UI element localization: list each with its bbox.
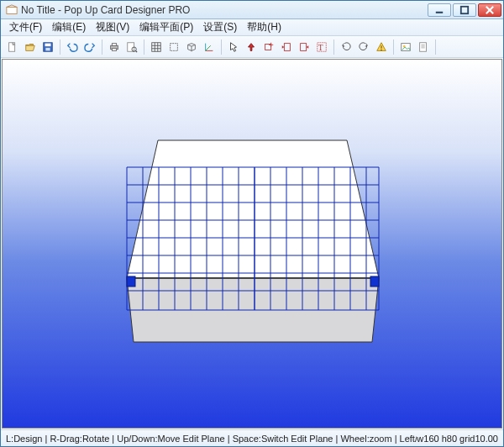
- svg-text:T: T: [318, 42, 323, 51]
- minimize-button[interactable]: [428, 3, 451, 17]
- add-plane-icon[interactable]: [260, 39, 277, 55]
- open-file-icon[interactable]: [22, 39, 39, 55]
- maximize-button[interactable]: [453, 3, 476, 17]
- status-hints: L:Design | R-Drag:Rotate | Up/Down:Move …: [6, 434, 417, 444]
- new-file-icon[interactable]: [4, 39, 21, 55]
- grid-toggle-icon[interactable]: [148, 39, 165, 55]
- svg-rect-7: [45, 43, 51, 46]
- undo-icon[interactable]: [64, 39, 81, 55]
- app-window: No Title - Pop Up Card Designer PRO 文件(F…: [0, 0, 504, 447]
- text-tool-icon[interactable]: T: [313, 39, 330, 55]
- rotate-left-icon[interactable]: [338, 39, 354, 55]
- plane-left-icon[interactable]: [278, 39, 295, 55]
- svg-rect-10: [112, 43, 116, 45]
- export-image-icon[interactable]: [397, 39, 414, 55]
- svg-line-14: [135, 50, 137, 52]
- titlebar: No Title - Pop Up Card Designer PRO: [1, 1, 503, 19]
- window-buttons: [428, 3, 501, 17]
- toolbar: T: [1, 36, 503, 58]
- rotate-right-icon[interactable]: [355, 39, 372, 55]
- plane-right-icon[interactable]: [296, 39, 312, 55]
- svg-rect-0: [7, 7, 17, 13]
- svg-rect-65: [127, 276, 135, 287]
- preview-icon[interactable]: [123, 39, 140, 55]
- svg-rect-11: [112, 48, 116, 50]
- viewport[interactable]: [2, 59, 502, 429]
- svg-rect-15: [152, 42, 161, 51]
- scene-3d: [3, 60, 501, 429]
- app-icon: [6, 4, 18, 16]
- export-document-icon[interactable]: [415, 39, 432, 55]
- svg-rect-2: [461, 6, 468, 13]
- svg-rect-8: [45, 47, 50, 50]
- menu-edit[interactable]: 编辑(E): [47, 18, 91, 36]
- print-icon[interactable]: [106, 39, 123, 55]
- svg-line-23: [206, 45, 211, 50]
- menu-settings[interactable]: 设置(S): [198, 18, 242, 36]
- redo-icon[interactable]: [81, 39, 98, 55]
- close-button[interactable]: [478, 3, 501, 17]
- outline-icon[interactable]: [165, 39, 182, 55]
- svg-point-32: [381, 49, 381, 50]
- svg-rect-35: [420, 42, 427, 51]
- menu-view[interactable]: 视图(V): [91, 18, 134, 36]
- menu-file[interactable]: 文件(F): [4, 18, 47, 36]
- svg-marker-39: [127, 140, 379, 278]
- menu-help[interactable]: 帮助(H): [242, 18, 286, 36]
- warning-icon[interactable]: [373, 39, 390, 55]
- svg-rect-20: [171, 43, 178, 50]
- window-title: No Title - Pop Up Card Designer PRO: [21, 4, 428, 16]
- svg-rect-27: [284, 43, 290, 50]
- status-dimensions: w160 h80 grid10.00: [417, 434, 498, 444]
- svg-rect-28: [301, 43, 307, 50]
- save-file-icon[interactable]: [39, 39, 56, 55]
- box-icon[interactable]: [183, 39, 200, 55]
- axis-icon[interactable]: [201, 39, 218, 55]
- pointer-icon[interactable]: [225, 39, 242, 55]
- up-tool-icon[interactable]: [243, 39, 260, 55]
- menu-editplane[interactable]: 编辑平面(P): [134, 18, 198, 36]
- svg-rect-66: [370, 276, 379, 287]
- statusbar: L:Design | R-Drag:Rotate | Up/Down:Move …: [1, 429, 503, 446]
- menubar: 文件(F) 编辑(E) 视图(V) 编辑平面(P) 设置(S) 帮助(H): [1, 19, 503, 36]
